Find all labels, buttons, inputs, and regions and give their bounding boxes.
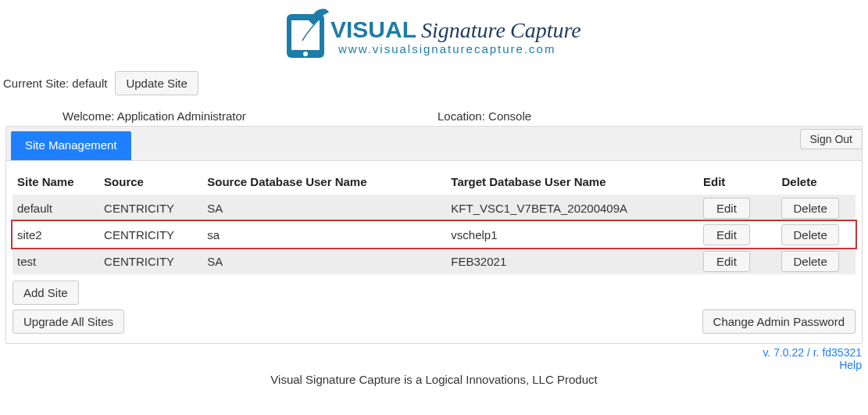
- footer-version: v. 7.0.22 / r. fd35321: [0, 344, 868, 359]
- th-edit: Edit: [698, 170, 777, 195]
- cell-source-db-user: SA: [202, 195, 446, 221]
- cell-site-name: default: [13, 195, 99, 221]
- th-source: Source: [99, 170, 202, 195]
- sign-out-button[interactable]: Sign Out: [800, 129, 863, 149]
- current-site-row: Current Site: default Update Site: [3, 71, 868, 95]
- logo-brand-main: VISUAL: [330, 16, 416, 42]
- tab-bar: Site Management: [6, 127, 862, 161]
- upgrade-all-sites-button[interactable]: Upgrade All Sites: [13, 309, 124, 334]
- welcome-text: Welcome: Application Administrator: [63, 109, 344, 123]
- cell-target-db-user: FEB32021: [446, 248, 698, 274]
- cell-site-name: site2: [13, 221, 99, 248]
- cell-target-db-user: KFT_VSC1_V7BETA_20200409A: [446, 195, 698, 221]
- cell-delete: Delete: [777, 248, 855, 274]
- info-row: Welcome: Application Administrator Locat…: [0, 109, 868, 123]
- change-admin-password-button[interactable]: Change Admin Password: [702, 309, 855, 334]
- svg-point-2: [303, 52, 308, 56]
- delete-button[interactable]: Delete: [781, 198, 838, 219]
- table-row: site2CENTRICITYsavschelp1EditDelete: [13, 221, 855, 248]
- footer-help-link[interactable]: Help: [0, 359, 868, 371]
- logo-brand-sub1: Signature: [421, 18, 505, 42]
- location-text: Location: Console: [344, 109, 860, 123]
- th-site-name: Site Name: [13, 170, 99, 195]
- edit-button[interactable]: Edit: [703, 198, 750, 219]
- cell-source: CENTRICITY: [99, 195, 202, 221]
- current-site-label: Current Site: default: [3, 77, 107, 90]
- th-source-db-user: Source Database User Name: [202, 170, 446, 195]
- th-target-db-user: Target Database User Name: [446, 170, 698, 195]
- delete-button[interactable]: Delete: [781, 224, 838, 245]
- logo-url: www.visualsignaturecapture.com: [338, 42, 555, 55]
- update-site-button[interactable]: Update Site: [115, 71, 198, 95]
- cell-site-name: test: [13, 248, 99, 274]
- cell-target-db-user: vschelp1: [446, 221, 698, 248]
- cell-edit: Edit: [698, 195, 777, 221]
- th-delete: Delete: [777, 170, 855, 195]
- cell-delete: Delete: [777, 221, 855, 248]
- sites-table: Site Name Source Source Database User Na…: [13, 170, 855, 274]
- logo-icon: VISUAL Signature Capture www.visualsigna…: [282, 6, 587, 63]
- cell-source-db-user: SA: [202, 248, 446, 274]
- site-management-panel: Site Management Site Name Source Source …: [5, 126, 863, 344]
- edit-button[interactable]: Edit: [703, 224, 750, 245]
- logo-area: VISUAL Signature Capture www.visualsigna…: [0, 0, 868, 63]
- table-row: testCENTRICITYSAFEB32021EditDelete: [13, 248, 855, 274]
- add-site-button[interactable]: Add Site: [13, 281, 79, 305]
- cell-source: CENTRICITY: [99, 248, 202, 274]
- delete-button[interactable]: Delete: [781, 251, 838, 272]
- edit-button[interactable]: Edit: [703, 251, 750, 272]
- logo-brand-sub2: Capture: [510, 18, 581, 42]
- cell-edit: Edit: [698, 248, 777, 274]
- cell-source: CENTRICITY: [99, 221, 202, 248]
- cell-edit: Edit: [698, 221, 777, 248]
- tab-site-management[interactable]: Site Management: [11, 131, 131, 160]
- cell-delete: Delete: [777, 195, 855, 221]
- cell-source-db-user: sa: [202, 221, 446, 248]
- footer-product: Visual Signature Capture is a Logical In…: [0, 371, 868, 386]
- table-row: defaultCENTRICITYSAKFT_VSC1_V7BETA_20200…: [13, 195, 855, 221]
